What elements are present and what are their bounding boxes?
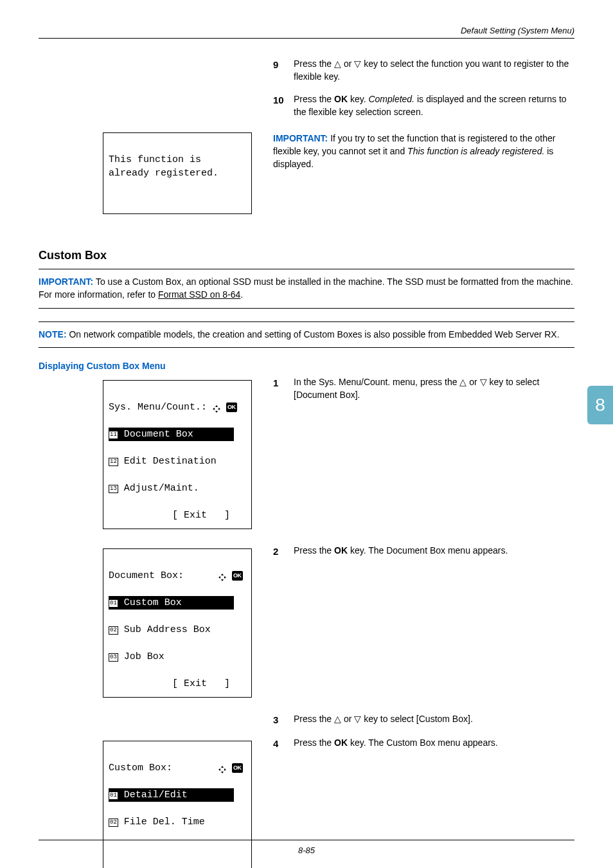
- up-key: △: [459, 377, 466, 387]
- ok-icon: OK: [226, 402, 237, 412]
- lcd-line: This function is: [109, 153, 246, 167]
- nav-arrows-icon: [218, 574, 226, 581]
- lcd-item: File Del. Time: [118, 817, 205, 827]
- lcd-selected: Detail/Edit: [118, 790, 188, 800]
- important-text: .: [240, 289, 243, 300]
- steps-lower: 4 Press the OK key. The Custom Box menu …: [273, 737, 574, 750]
- up-key: △: [334, 59, 341, 69]
- lcd-exit: [ Exit ]: [172, 510, 230, 521]
- step-number: 2: [273, 545, 286, 558]
- note-text: On network compatible models, the creati…: [67, 329, 560, 339]
- important-link[interactable]: Format SSD on 8-64: [158, 289, 240, 300]
- down-key: ▽: [354, 59, 361, 69]
- step-text: Press the △ or ▽ key to select [Custom B…: [294, 713, 473, 727]
- important-italic: This function is already registered.: [407, 146, 544, 156]
- step-1: 1 In the Sys. Menu/Count. menu, press th…: [273, 376, 574, 401]
- section-heading: Custom Box: [39, 249, 574, 262]
- header-title: Default Setting (System Menu): [461, 26, 574, 35]
- note-box: NOTE: On network compatible models, the …: [39, 321, 574, 348]
- chapter-tab[interactable]: 8: [587, 386, 613, 424]
- lcd-selected: Document Box: [118, 429, 193, 440]
- steps-lower: 1 In the Sys. Menu/Count. menu, press th…: [273, 376, 574, 401]
- lcd-item: Job Box: [118, 651, 164, 662]
- important-box: IMPORTANT: To use a Custom Box, an optio…: [39, 269, 574, 308]
- lcd-error-panel: This function isalready registered.: [103, 132, 252, 214]
- lcd-title: Sys. Menu/Count.:: [109, 402, 207, 413]
- ok-icon: OK: [232, 763, 243, 773]
- important-label: IMPORTANT:: [39, 276, 93, 287]
- lcd-line: already registered.: [109, 167, 246, 180]
- step-number: 1: [273, 376, 286, 401]
- page-header: Default Setting (System Menu): [39, 26, 574, 39]
- step-4: 4 Press the OK key. The Custom Box menu …: [273, 737, 574, 750]
- page-number: 8-85: [298, 845, 315, 855]
- ok-icon: OK: [232, 571, 243, 581]
- subheading: Displaying Custom Box Menu: [39, 361, 574, 371]
- page-footer: 8-85: [39, 840, 574, 855]
- step-text: Press the △ or ▽ key to select the funct…: [294, 58, 574, 83]
- up-key: △: [334, 714, 341, 724]
- lcd-document-box: Document Box: OK 01 Custom Box 02 Sub Ad…: [103, 548, 252, 698]
- lcd-exit: [ Exit ]: [172, 678, 230, 689]
- important-label: IMPORTANT:: [273, 133, 328, 143]
- step-text: Press the OK key. Completed. is displaye…: [294, 93, 574, 118]
- lcd-sys-menu: Sys. Menu/Count.: OK 11 Document Box 12 …: [103, 380, 252, 529]
- step-text: In the Sys. Menu/Count. menu, press the …: [294, 376, 574, 401]
- down-key: ▽: [480, 377, 487, 387]
- step-number: 4: [273, 737, 286, 750]
- step-2: 2 Press the OK key. The Document Box men…: [273, 545, 574, 558]
- step-number: 9: [273, 58, 286, 83]
- step-text: Press the OK key. The Custom Box menu ap…: [294, 737, 498, 750]
- lcd-title: Document Box:: [109, 570, 184, 581]
- lcd-item: Sub Address Box: [118, 624, 211, 635]
- step-number: 3: [273, 713, 286, 727]
- lcd-item: Adjust/Maint.: [118, 483, 199, 494]
- steps-upper: 9 Press the △ or ▽ key to select the fun…: [273, 58, 574, 118]
- lcd-title: Custom Box:: [109, 763, 172, 773]
- steps-lower: 2 Press the OK key. The Document Box men…: [273, 545, 574, 558]
- lcd-selected: Custom Box: [118, 597, 182, 608]
- note-label: NOTE:: [39, 329, 67, 339]
- step-number: 10: [273, 93, 286, 118]
- step-10: 10 Press the OK key. Completed. is displ…: [273, 93, 574, 118]
- down-key: ▽: [354, 714, 361, 724]
- nav-arrows-icon: [218, 766, 226, 773]
- step-9: 9 Press the △ or ▽ key to select the fun…: [273, 58, 574, 83]
- step-3: 3 Press the △ or ▽ key to select [Custom…: [273, 713, 574, 727]
- chapter-number: 8: [595, 395, 605, 415]
- lcd-item: Edit Destination: [118, 456, 217, 467]
- steps-lower: 3 Press the △ or ▽ key to select [Custom…: [273, 713, 574, 727]
- step-text: Press the OK key. The Document Box menu …: [294, 545, 508, 558]
- important-text: To use a Custom Box, an optional SSD mus…: [39, 276, 573, 300]
- nav-arrows-icon: [213, 405, 220, 413]
